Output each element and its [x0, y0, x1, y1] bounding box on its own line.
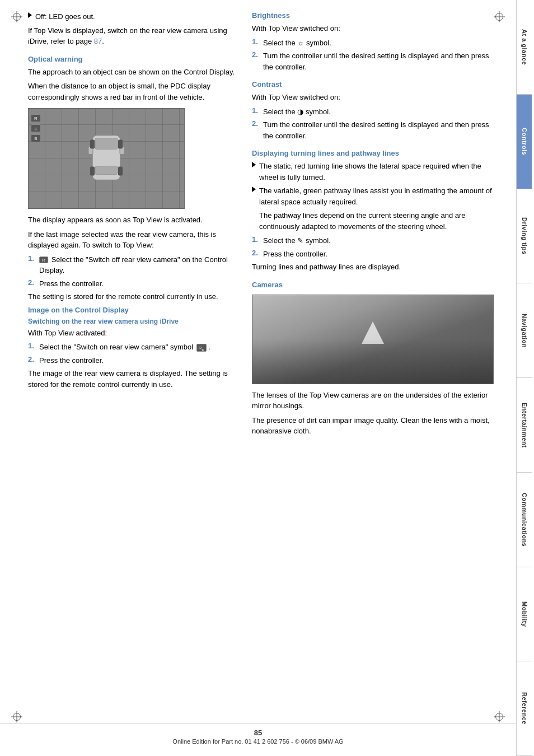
intro-page-link[interactable]: 87 [94, 37, 102, 45]
display-appears-caption: The display appears as soon as Top View … [28, 214, 235, 226]
turning-lines-section: Displaying turning lines and pathway lin… [252, 149, 494, 273]
brightness-step2-text: Turn the controller until the desired se… [263, 50, 494, 72]
cameras-section: Cameras The lenses of the Top View camer… [252, 281, 494, 437]
page-footer: 85 Online Edition for Part no. 01 41 2 6… [0, 724, 516, 745]
bullet-icon-1 [252, 162, 256, 167]
rear-view-step2: 2. Press the controller. [28, 355, 235, 366]
brightness-step1-text: Select the ☼ symbol. [263, 38, 494, 49]
mirror-photo [252, 295, 493, 384]
turning-bullet2-text: The variable, green pathway lines assist… [259, 185, 494, 207]
brightness-step1: 1. Select the ☼ symbol. [252, 38, 494, 49]
main-content: Off: LED goes out. If Top View is displa… [0, 0, 516, 474]
car-topview-graphic [87, 124, 126, 193]
left-column: Off: LED goes out. If Top View is displa… [28, 11, 235, 440]
registration-mark-tr [493, 10, 506, 24]
sidebar-tabs: At a glance Controls Driving tips Naviga… [516, 0, 534, 756]
registration-mark-bl [10, 710, 24, 724]
contrast-heading: Contrast [252, 80, 494, 88]
pathway-note: The pathway lines depend on the current … [252, 210, 494, 232]
contrast-intro: With Top View switched on: [252, 92, 494, 103]
footer-text: Online Edition for Part no. 01 41 2 602 … [0, 738, 516, 745]
setting-stored-note: The setting is stored for the remote con… [28, 291, 235, 302]
rear-view-step2-text: Press the controller. [39, 355, 235, 366]
bullet-icon-2 [252, 186, 256, 192]
optical-warning-para1: The approach to an object can be shown o… [28, 67, 235, 78]
cameras-note1: The lenses of the Top View cameras are o… [252, 390, 494, 412]
bullet-icon [28, 12, 32, 18]
off-bullet: Off: LED goes out. [28, 11, 235, 22]
svg-rect-7 [90, 167, 95, 176]
image-on-control-section: Image on the Control Display Switching o… [28, 306, 235, 390]
sidebar-tab-reference[interactable]: Reference [516, 661, 532, 756]
brightness-step2: 2. Turn the controller until the desired… [252, 50, 494, 72]
rear-view-step1-text: Select the "Switch on rear view camera" … [39, 342, 235, 353]
topview-camera-image: R ☼ B [28, 108, 185, 209]
sidebar-tab-communications[interactable]: Communications [516, 473, 532, 567]
turning-step1-text: Select the ✎ symbol. [263, 235, 494, 246]
cameras-heading: Cameras [252, 281, 494, 289]
intro-note-text: If Top View is displayed, switch on the … [28, 25, 235, 47]
turning-bullet1: The static, red turning line shows the l… [252, 161, 494, 183]
topview-step1-text: R Select the "Switch off rear view camer… [39, 254, 235, 276]
turning-step2: 2. Press the controller. [252, 249, 494, 260]
turning-lines-heading: Displaying turning lines and pathway lin… [252, 149, 494, 157]
off-led-text: Off: LED goes out. [35, 11, 235, 22]
registration-mark-br [493, 710, 506, 724]
sidebar-tab-at-a-glance[interactable]: At a glance [516, 0, 532, 95]
sidebar-tab-navigation[interactable]: Navigation [516, 283, 532, 378]
last-image-caption: If the last image selected was the rear … [28, 229, 235, 251]
sidebar-tab-mobility[interactable]: Mobility [516, 567, 532, 662]
contrast-section: Contrast With Top View switched on: 1. S… [252, 80, 494, 141]
sidebar-tab-entertainment[interactable]: Entertainment [516, 378, 532, 473]
svg-rect-1 [95, 138, 118, 150]
turning-step2-text: Press the controller. [263, 249, 494, 260]
optical-warning-section: Optical warning The approach to an objec… [28, 55, 235, 302]
switching-rear-view-heading: Switching on the rear view camera using … [28, 318, 235, 325]
topview-step2: 2. Press the controller. [28, 278, 235, 290]
turning-bullet2: The variable, green pathway lines assist… [252, 185, 494, 207]
turning-bullet1-text: The static, red turning line shows the l… [259, 161, 494, 183]
rear-view-note: The image of the rear view camera is dis… [28, 368, 235, 390]
page-number: 85 [0, 729, 516, 737]
contrast-step1: 1. Select the ◑ symbol. [252, 106, 494, 118]
svg-rect-8 [118, 167, 123, 176]
brightness-intro: With Top View switched on: [252, 23, 494, 34]
contrast-step1-text: Select the ◑ symbol. [263, 106, 494, 118]
turning-step1: 1. Select the ✎ symbol. [252, 235, 494, 246]
topview-step1: 1. R Select the "Switch off rear view ca… [28, 254, 235, 276]
sidebar-tab-driving-tips[interactable]: Driving tips [516, 189, 532, 284]
contrast-step2-text: Turn the controller until the desired se… [263, 119, 494, 141]
optical-warning-para2: When the distance to an object is small,… [28, 81, 235, 102]
sidebar-tab-controls[interactable]: Controls [516, 95, 532, 189]
svg-rect-6 [118, 140, 123, 149]
cameras-note2: The presence of dirt can impair image qu… [252, 415, 494, 437]
optical-warning-heading: Optical warning [28, 55, 235, 63]
top-view-activated-text: With Top View activated: [28, 328, 235, 339]
turning-result: Turning lines and pathway lines are disp… [252, 262, 494, 273]
right-column: Brightness With Top View switched on: 1.… [252, 11, 494, 440]
rear-view-step1: 1. Select the "Switch on rear view camer… [28, 342, 235, 353]
registration-mark-tl [10, 10, 24, 24]
brightness-heading: Brightness [252, 11, 494, 20]
cameras-image [252, 295, 494, 384]
intro-section: Off: LED goes out. If Top View is displa… [28, 11, 235, 47]
topview-step2-text: Press the controller. [39, 278, 235, 290]
contrast-step2: 2. Turn the controller until the desired… [252, 119, 494, 141]
image-on-control-heading: Image on the Control Display [28, 306, 235, 314]
svg-rect-5 [90, 140, 95, 149]
svg-rect-2 [95, 166, 118, 175]
brightness-section: Brightness With Top View switched on: 1.… [252, 11, 494, 72]
